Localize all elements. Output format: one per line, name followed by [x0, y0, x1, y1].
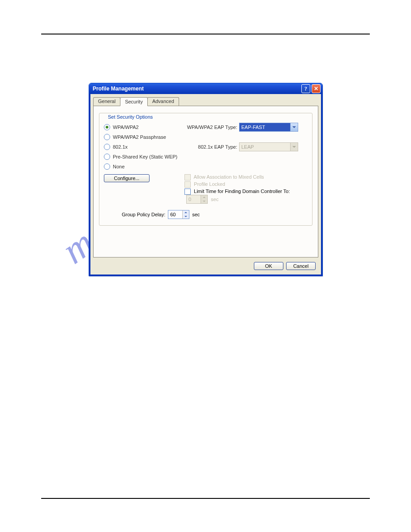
radio-psk-label: Pre-Shared Key (Static WEP) [113, 154, 177, 159]
tab-advanced[interactable]: Advanced [147, 97, 179, 106]
wpa-eap-value: EAP-FAST [240, 124, 290, 130]
radio-8021x-label: 802.1x [113, 144, 128, 150]
help-button[interactable]: ? [301, 84, 310, 93]
limit-time-spinner-buttons [201, 195, 207, 203]
radio-none-label: None [113, 164, 124, 169]
spacer-row2 [184, 152, 308, 162]
spinner-up [201, 195, 207, 199]
chevron-down-icon [292, 146, 296, 148]
radio-wpa-label: WPA/WPA2 [113, 124, 139, 130]
limit-time-row: Limit Time for Finding Domain Controller… [184, 189, 308, 204]
right-column: WPA/WPA2 EAP Type: EAP-FAST 802.1x EAP T… [184, 122, 308, 205]
spacer-row1 [184, 132, 308, 142]
titlebar: Profile Management ? ✕ [89, 83, 322, 94]
dot1x-eap-dropdown: LEAP [239, 142, 298, 151]
radio-8021x-row[interactable]: 802.1x [104, 142, 180, 152]
radio-none-row[interactable]: None [104, 162, 180, 172]
close-button[interactable]: ✕ [312, 84, 321, 93]
mixed-cells-checkbox [184, 174, 191, 180]
radio-none[interactable] [104, 163, 110, 170]
group-policy-unit: sec [192, 212, 200, 217]
limit-time-unit: sec [211, 197, 218, 202]
fieldset-legend: Set Security Options [107, 114, 154, 120]
dot1x-eap-row: 802.1x EAP Type: LEAP [184, 142, 308, 152]
triangle-up-icon [184, 212, 187, 213]
dialog-inner: General Security Advanced Set Security O… [89, 94, 322, 276]
tab-general[interactable]: General [93, 97, 120, 106]
wpa-eap-label: WPA/WPA2 EAP Type: [184, 124, 237, 130]
dot1x-eap-label: 802.1x EAP Type: [184, 144, 237, 150]
close-icon: ✕ [314, 86, 318, 92]
profile-locked-checkbox [184, 181, 191, 188]
configure-button[interactable]: Configure... [104, 174, 150, 182]
mixed-cells-label: Allow Association to Mixed Cells [193, 174, 264, 180]
options-columns: WPA/WPA2 WPA/WPA2 Passphrase 802.1x [104, 122, 308, 205]
wpa-eap-dropdown-btn[interactable] [290, 123, 298, 131]
spinner-down[interactable] [183, 215, 189, 219]
spinner-down [201, 199, 207, 203]
cancel-button[interactable]: Cancel [286, 262, 316, 270]
group-policy-value: 60 [168, 210, 182, 219]
triangle-up-icon [203, 197, 206, 198]
spinner-up[interactable] [183, 210, 189, 215]
page-rule-bottom [41, 498, 370, 499]
radio-wpa[interactable] [104, 124, 110, 130]
mixed-cells-row: Allow Association to Mixed Cells [184, 174, 308, 180]
checkbox-column: Allow Association to Mixed Cells Profile… [184, 174, 308, 204]
radio-8021x[interactable] [104, 144, 110, 150]
dot1x-eap-value: LEAP [240, 144, 290, 150]
group-policy-spinner-buttons[interactable] [182, 210, 189, 219]
dialog-title: Profile Management [93, 86, 144, 92]
group-policy-row: Group Policy Delay: 60 sec [104, 210, 308, 219]
radio-wpa-pass-row[interactable]: WPA/WPA2 Passphrase [104, 132, 180, 142]
wpa-eap-dropdown[interactable]: EAP-FAST [239, 123, 298, 132]
profile-locked-row: Profile Locked [184, 181, 308, 188]
tab-strip: General Security Advanced [93, 97, 318, 106]
page-rule-top [41, 34, 370, 34]
radio-psk[interactable] [104, 154, 110, 160]
radio-psk-row[interactable]: Pre-Shared Key (Static WEP) [104, 152, 180, 162]
titlebar-buttons: ? ✕ [301, 84, 321, 93]
profile-locked-label: Profile Locked [194, 181, 225, 187]
limit-time-spinner: 0 [186, 195, 208, 204]
ok-button[interactable]: OK [254, 262, 283, 270]
triangle-down-icon [184, 216, 187, 217]
limit-time-value: 0 [187, 195, 201, 203]
radio-column: WPA/WPA2 WPA/WPA2 Passphrase 802.1x [104, 122, 180, 205]
profile-management-dialog: Profile Management ? ✕ General Security … [89, 83, 323, 276]
radio-wpa-pass-label: WPA/WPA2 Passphrase [113, 134, 166, 140]
radio-wpa-pass[interactable] [104, 134, 110, 140]
dot1x-eap-dropdown-btn [290, 143, 298, 151]
triangle-down-icon [203, 201, 206, 202]
security-options-fieldset: Set Security Options WPA/WPA2 WPA/WPA2 P… [99, 113, 313, 226]
limit-time-checkbox[interactable] [184, 189, 191, 195]
limit-time-label: Limit Time for Finding Domain Controller… [194, 189, 290, 194]
radio-wpa-row[interactable]: WPA/WPA2 [104, 122, 180, 132]
tab-security[interactable]: Security [120, 97, 148, 106]
dialog-footer: OK Cancel [93, 257, 318, 270]
group-policy-label: Group Policy Delay: [122, 212, 165, 217]
tab-panel-security: Set Security Options WPA/WPA2 WPA/WPA2 P… [93, 106, 318, 257]
wpa-eap-row: WPA/WPA2 EAP Type: EAP-FAST [184, 122, 308, 132]
group-policy-spinner[interactable]: 60 [168, 210, 189, 219]
spacer-row3 [184, 162, 308, 172]
chevron-down-icon [292, 126, 296, 128]
